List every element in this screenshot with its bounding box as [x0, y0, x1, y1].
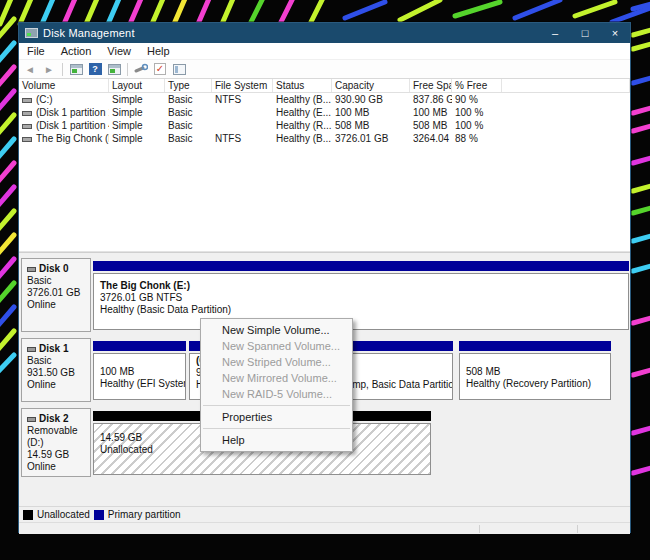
- menu-item-new-striped-volume: New Striped Volume...: [201, 354, 352, 370]
- volume-name: (Disk 1 partition 4): [36, 120, 109, 131]
- disk1-partition-recovery[interactable]: 508 MB Healthy (Recovery Partition): [459, 341, 611, 400]
- column-header-volume[interactable]: Volume: [19, 79, 109, 92]
- volume-status: Healthy (B...: [273, 94, 332, 105]
- disk-kind: Removable (D:): [27, 425, 90, 449]
- check-disk-icon[interactable]: ✓: [152, 62, 168, 77]
- disk-management-window: Disk Management – □ × File Action View H…: [18, 22, 631, 533]
- disk2-label[interactable]: Disk 2 Removable (D:) 14.59 GB Online: [21, 408, 91, 477]
- back-arrow-glyph: ◄: [25, 64, 35, 75]
- minimize-button[interactable]: –: [540, 23, 570, 43]
- properties-icon[interactable]: [171, 62, 187, 77]
- desktop-background: Disk Management – □ × File Action View H…: [0, 0, 650, 560]
- primary-partition-bar: [459, 341, 611, 351]
- legend-unallocated: Unallocated: [23, 509, 90, 520]
- volume-free: 837.86 GB: [410, 94, 452, 105]
- status-bar-separator: [479, 525, 480, 533]
- show-window-icon[interactable]: [106, 62, 122, 77]
- toolbar: ◄ ► ? ✓: [19, 60, 630, 79]
- column-header-free-space[interactable]: Free Spa...: [410, 79, 452, 92]
- disk1-partition-efi[interactable]: 100 MB Healthy (EFI System P: [93, 341, 186, 400]
- volume-capacity: 3726.01 GB: [332, 133, 410, 144]
- menu-separator: [203, 428, 350, 429]
- disk-size: 931.50 GB: [27, 367, 90, 379]
- disk0-partition-big-chonk[interactable]: The Big Chonk (E:) 3726.01 GB NTFS Healt…: [93, 261, 629, 330]
- properties-glyph: [173, 64, 186, 75]
- primary-partition-bar: [93, 261, 629, 271]
- legend-label: Primary partition: [108, 509, 181, 520]
- menu-item-new-mirrored-volume: New Mirrored Volume...: [201, 370, 352, 386]
- partition-status: Healthy (EFI System P: [100, 378, 179, 390]
- volume-layout: Simple: [109, 133, 165, 144]
- forward-arrow-glyph: ►: [44, 64, 54, 75]
- wrench-icon[interactable]: [133, 62, 149, 77]
- volume-capacity: 508 MB: [332, 120, 410, 131]
- column-header-status[interactable]: Status: [273, 79, 332, 92]
- menu-action[interactable]: Action: [53, 43, 100, 59]
- disk-icon: [27, 267, 36, 272]
- disk-name: Disk 1: [39, 343, 68, 355]
- volume-row-c[interactable]: (C:) Simple Basic NTFS Healthy (B... 930…: [19, 93, 630, 106]
- volume-row-disk1-part1[interactable]: (Disk 1 partition 1) Simple Basic Health…: [19, 106, 630, 119]
- volume-capacity: 930.90 GB: [332, 94, 410, 105]
- column-header-blank: [502, 79, 630, 92]
- forward-icon[interactable]: ►: [41, 62, 57, 77]
- partition-title: The Big Chonk (E:): [100, 280, 622, 292]
- volume-pct-free: 100 %: [452, 107, 502, 118]
- volume-type: Basic: [165, 133, 212, 144]
- disk0-label[interactable]: Disk 0 Basic 3726.01 GB Online: [21, 258, 91, 332]
- volume-list-header: Volume Layout Type File System Status Ca…: [19, 79, 630, 93]
- status-bar-separator: [577, 525, 578, 533]
- menu-bar: File Action View Help: [19, 43, 630, 60]
- volume-row-big-chonk[interactable]: The Big Chonk (E:) Simple Basic NTFS Hea…: [19, 132, 630, 145]
- column-header-capacity[interactable]: Capacity: [332, 79, 410, 92]
- disk-name: Disk 0: [39, 263, 68, 275]
- menu-item-new-raid5-volume: New RAID-5 Volume...: [201, 386, 352, 402]
- close-button[interactable]: ×: [600, 23, 630, 43]
- wrench-glyph: [134, 63, 148, 75]
- disk1-label[interactable]: Disk 1 Basic 931.50 GB Online: [21, 338, 91, 402]
- partition-size: 508 MB: [466, 366, 604, 378]
- legend-bar: Unallocated Primary partition: [19, 506, 630, 522]
- volume-name: (C:): [36, 94, 53, 105]
- column-header-type[interactable]: Type: [165, 79, 212, 92]
- volume-row-disk1-part4[interactable]: (Disk 1 partition 4) Simple Basic Health…: [19, 119, 630, 132]
- column-header-file-system[interactable]: File System: [212, 79, 273, 92]
- volume-free: 100 MB: [410, 107, 452, 118]
- help-icon[interactable]: ?: [87, 62, 103, 77]
- volume-fs: NTFS: [212, 133, 273, 144]
- disk-kind: Basic: [27, 355, 90, 367]
- partition-status: Healthy (Recovery Partition): [466, 378, 604, 390]
- volume-pct-free: 100 %: [452, 120, 502, 131]
- partition-icon: [22, 124, 32, 129]
- volume-free: 508 MB: [410, 120, 452, 131]
- volume-type: Basic: [165, 107, 212, 118]
- column-header-pct-free[interactable]: % Free: [452, 79, 502, 92]
- menu-help[interactable]: Help: [139, 43, 178, 59]
- menu-item-help[interactable]: Help: [201, 432, 352, 448]
- toolbar-separator: [127, 63, 128, 76]
- window-glyph: [70, 64, 83, 75]
- menu-view[interactable]: View: [99, 43, 139, 59]
- volume-list: Volume Layout Type File System Status Ca…: [19, 79, 630, 252]
- volume-fs: NTFS: [212, 94, 273, 105]
- unallocated-swatch: [23, 510, 33, 520]
- menu-item-new-spanned-volume: New Spanned Volume...: [201, 338, 352, 354]
- partition-icon: [22, 137, 32, 142]
- menu-item-properties[interactable]: Properties: [201, 409, 352, 425]
- title-bar[interactable]: Disk Management – □ ×: [19, 23, 630, 43]
- disk-status: Online: [27, 461, 90, 473]
- back-icon[interactable]: ◄: [22, 62, 38, 77]
- menu-file[interactable]: File: [19, 43, 53, 59]
- maximize-button[interactable]: □: [570, 23, 600, 43]
- partition-size: 100 MB: [100, 366, 179, 378]
- partition-icon: [22, 98, 32, 103]
- window-glyph: [108, 64, 121, 75]
- status-bar: [19, 522, 630, 534]
- menu-item-new-simple-volume[interactable]: New Simple Volume...: [201, 322, 352, 338]
- disk-name: Disk 2: [39, 413, 68, 425]
- partition-size: 3726.01 GB NTFS: [100, 292, 622, 304]
- disk-size: 3726.01 GB: [27, 287, 90, 299]
- legend-label: Unallocated: [37, 509, 90, 520]
- column-header-layout[interactable]: Layout: [109, 79, 165, 92]
- console-tree-icon[interactable]: [68, 62, 84, 77]
